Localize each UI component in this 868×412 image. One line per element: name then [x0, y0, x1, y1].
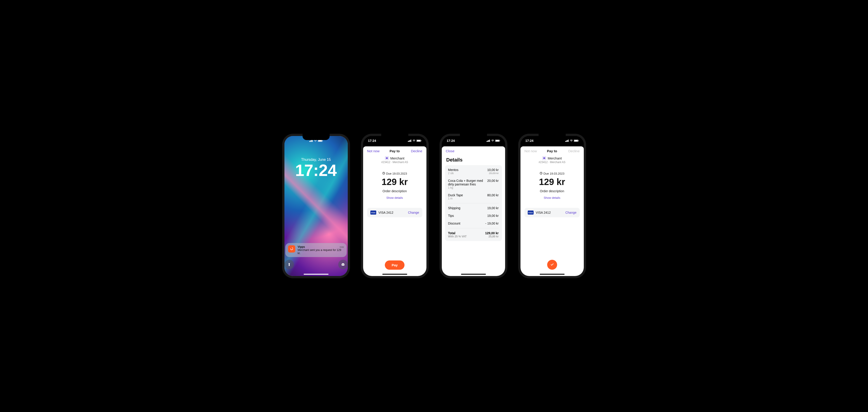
order-description: Order description — [363, 189, 427, 193]
close-button[interactable]: Close — [446, 149, 459, 153]
svg-point-7 — [292, 247, 293, 248]
amount: 129 kr — [521, 177, 584, 187]
svg-rect-20 — [487, 141, 487, 142]
phone-pay-request: 17:24 Not now Pay to Decline — [361, 134, 429, 278]
not-now-button[interactable]: Not now — [367, 149, 381, 153]
svg-rect-32 — [574, 140, 578, 142]
flashlight-button[interactable] — [284, 260, 294, 269]
svg-rect-11 — [408, 141, 409, 142]
svg-rect-26 — [500, 140, 500, 141]
phone-lockscreen: Thursday, June 15 17:24 Vipps now Mercha… — [282, 134, 350, 278]
order-description: Order description — [521, 189, 584, 193]
phone-pay-confirmed: 17:24 Not now Pay to Decline — [518, 134, 586, 278]
visa-icon: VISA — [370, 210, 376, 215]
notification-time: now — [340, 246, 344, 248]
clock-icon — [540, 172, 542, 175]
status-time: 17:24 — [447, 139, 455, 142]
nav-bar: Not now Pay to Decline — [521, 146, 584, 156]
nav-title: Pay to — [390, 149, 400, 153]
decline-button-disabled: Decline — [566, 149, 580, 153]
payment-card-row: VISA VISA 2412 Change — [525, 208, 580, 217]
wifi-icon — [491, 139, 494, 142]
check-icon — [550, 263, 554, 267]
payment-card-row: VISA VISA 2412 Change — [367, 208, 422, 217]
svg-rect-28 — [566, 140, 567, 142]
change-card-link[interactable]: Change — [408, 211, 419, 214]
item-qty: 1 kg — [448, 186, 484, 189]
line-item: Coca Cola + Burger med dirty parmesan fr… — [448, 177, 499, 191]
svg-rect-25 — [495, 140, 499, 142]
discount-row: Discount - 19,00 kr — [448, 219, 499, 227]
svg-rect-22 — [488, 140, 489, 142]
status-time: 17:24 — [368, 139, 376, 142]
item-qty: 2 stk — [448, 172, 459, 175]
line-item: Mentos 2 stk 10,00 kr 20,00 kr — [448, 166, 499, 177]
svg-rect-12 — [409, 140, 409, 142]
item-price: 20,00 kr — [487, 179, 499, 189]
show-details-link[interactable]: Show details — [544, 196, 560, 200]
svg-rect-33 — [578, 140, 579, 141]
merchant-name: Merchant — [548, 156, 562, 160]
item-name: Coca Cola + Burger med dirty parmesan fr… — [448, 179, 484, 186]
svg-rect-10 — [342, 263, 344, 264]
svg-rect-1 — [310, 140, 311, 142]
nav-bar: Not now Pay to Decline — [363, 146, 427, 156]
battery-icon — [416, 139, 422, 142]
amount: 129 kr — [363, 177, 427, 187]
svg-rect-18 — [386, 158, 388, 159]
card-label: VISA 2412 — [536, 211, 551, 214]
due-date: Due 19.03.2023 — [386, 172, 407, 175]
merchant-icon — [542, 156, 546, 160]
svg-rect-21 — [488, 140, 488, 142]
cellular-icon — [487, 139, 490, 142]
visa-icon: VISA — [528, 210, 534, 215]
not-now-button-disabled: Not now — [525, 149, 538, 153]
tips-row: Tips 19,00 kr — [448, 212, 499, 219]
camera-button[interactable] — [338, 260, 348, 269]
battery-icon — [495, 139, 500, 142]
clock-icon — [382, 172, 385, 175]
change-card-link[interactable]: Change — [565, 211, 576, 214]
merchant-subtitle: #23412 · Merchant AS — [363, 161, 427, 164]
svg-rect-30 — [568, 140, 569, 142]
notification-card[interactable]: Vipps now Merchant sent you a request fo… — [285, 243, 346, 257]
svg-rect-13 — [410, 140, 410, 142]
svg-rect-29 — [567, 140, 568, 142]
svg-point-9 — [342, 264, 343, 265]
svg-rect-16 — [417, 140, 420, 142]
total-row: Total With 25 % VAT 129,00 kr 25,80 kr — [448, 229, 499, 240]
pay-button[interactable]: Pay — [385, 261, 404, 270]
merchant-name: Merchant — [390, 156, 404, 160]
status-time: 17:24 — [525, 139, 534, 142]
item-original-price: 20,00 kr — [487, 172, 499, 175]
notification-app-name: Vipps — [298, 245, 305, 248]
details-title: Details — [442, 156, 505, 165]
lock-time: 17:24 — [295, 162, 337, 178]
card-label: VISA 2412 — [378, 211, 394, 214]
svg-rect-6 — [322, 140, 323, 141]
merchant-icon — [385, 156, 389, 160]
decline-button[interactable]: Decline — [409, 149, 422, 153]
wifi-icon — [570, 139, 573, 142]
item-price: 10,00 kr — [487, 168, 499, 172]
details-card: Mentos 2 stk 10,00 kr 20,00 kr Coca Cola… — [445, 165, 502, 241]
shipping-row: Shipping 19,00 kr — [448, 204, 499, 212]
svg-rect-27 — [565, 141, 566, 142]
line-item: Duck Tape 1 m 80,00 kr — [448, 191, 499, 202]
nav-title: Pay to — [547, 149, 557, 153]
show-details-link[interactable]: Show details — [386, 196, 403, 200]
svg-rect-17 — [421, 140, 422, 141]
svg-rect-14 — [411, 140, 411, 142]
svg-rect-23 — [489, 140, 490, 142]
svg-rect-5 — [318, 140, 322, 142]
svg-rect-2 — [311, 140, 312, 142]
item-price: 80,00 kr — [487, 193, 499, 200]
phone-details: 17:24 Close Details — [439, 134, 507, 278]
item-qty: 1 m — [448, 197, 463, 200]
item-name: Mentos — [448, 168, 459, 172]
pay-confirmed-button — [547, 260, 557, 270]
merchant-subtitle: #23412 · Merchant AS — [521, 161, 584, 164]
cellular-icon — [408, 139, 411, 142]
due-date: Due 19.03.2023 — [544, 172, 565, 175]
svg-rect-34 — [543, 158, 545, 159]
